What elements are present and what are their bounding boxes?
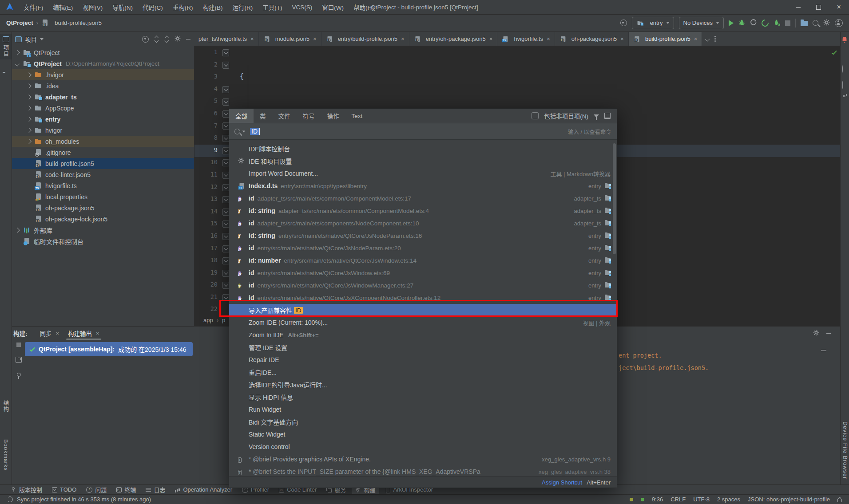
menu-build[interactable]: 构建(B) [198, 3, 228, 12]
close-icon[interactable] [401, 35, 405, 42]
hide-panel-icon[interactable] [826, 333, 831, 334]
menu-tools[interactable]: 工具(T) [258, 3, 287, 12]
close-icon[interactable] [96, 330, 99, 337]
tab-files[interactable]: 文件 [272, 109, 297, 123]
search-result-row[interactable]: IDE 和项目设置 [229, 155, 617, 167]
tree-row[interactable]: 临时文件和控制台 [12, 236, 194, 247]
sync-button[interactable] [760, 18, 770, 28]
tab-all[interactable]: 全部 [229, 109, 254, 123]
account-avatar[interactable] [835, 19, 843, 27]
open-in-window-icon[interactable] [604, 113, 611, 119]
search-result-row[interactable]: IDE脚本控制台 [229, 142, 617, 155]
lock-icon[interactable] [837, 499, 842, 502]
toolbar-problems[interactable]: 问题 [82, 485, 111, 494]
search-result-row[interactable]: id entry/src/main/ets/native/QtCore/JsNo… [229, 242, 617, 254]
breadcrumb-file[interactable]: build-profile.json5 [55, 20, 102, 26]
include-non-project-checkbox[interactable] [532, 112, 539, 119]
fold-icon[interactable] [222, 110, 229, 118]
search-result-row[interactable]: Import Word Document... 工具 | Markdown转换器 [229, 167, 617, 180]
maximize-button[interactable] [808, 0, 829, 14]
include-non-project-label[interactable]: 包括非项目项(N) [544, 111, 588, 120]
close-icon[interactable] [56, 330, 60, 337]
fold-icon[interactable] [222, 172, 229, 179]
toolbar-log[interactable]: 日志 [142, 485, 169, 494]
search-field[interactable]: ID 输入 / 以查看命令 [229, 123, 617, 140]
editor-tab[interactable]: entry\build-profile.json5 [321, 32, 409, 46]
collapse-all-icon[interactable] [164, 36, 169, 42]
fold-icon[interactable] [222, 294, 229, 301]
editor-tab[interactable]: hvigorfile.ts [497, 32, 555, 46]
tree-row[interactable]: .idea [12, 80, 194, 91]
search-result-row[interactable]: id: number entry/src/main/ets/native/QtC… [229, 254, 617, 267]
close-button[interactable]: × [829, 0, 849, 14]
menu-file[interactable]: 文件(F) [19, 3, 48, 12]
search-result-row[interactable]: id: string adapter_ts/src/main/ets/commo… [229, 205, 617, 217]
fold-icon[interactable] [222, 159, 229, 166]
device-selector[interactable]: No Devices [679, 17, 724, 29]
breadcrumb-products[interactable]: p [222, 317, 225, 323]
close-icon[interactable] [694, 35, 698, 42]
build-settings-gear-icon[interactable] [813, 330, 819, 337]
close-icon[interactable] [489, 35, 493, 42]
fold-icon[interactable] [222, 270, 229, 277]
fold-icon[interactable] [222, 196, 229, 203]
tool-window-structure[interactable]: 结构 [0, 400, 12, 413]
project-panel-title[interactable]: 项目 [25, 35, 37, 43]
tree-row[interactable]: QtProject [12, 47, 194, 58]
tree-row[interactable]: AppScope [12, 102, 194, 114]
pin-icon[interactable] [17, 373, 21, 377]
tree-row[interactable]: hvigor [12, 125, 194, 136]
hidden-tabs-chevron-icon[interactable] [706, 32, 709, 46]
search-result-row[interactable]: 显示 HiDPI 信息 [229, 391, 617, 403]
scrollbar-thumb[interactable] [613, 143, 616, 254]
tool-window-device-file-browser[interactable]: Device File Browser [841, 421, 849, 479]
search-result-row[interactable]: id entry/src/main/ets/native/QtCore/JsXC… [229, 291, 617, 304]
menu-refactor[interactable]: 重构(R) [168, 3, 198, 12]
stop-build-icon[interactable] [16, 343, 21, 347]
tab-text[interactable]: Text [345, 109, 369, 123]
tree-row[interactable]: 外部库 [12, 224, 194, 236]
search-result-row[interactable]: * @brief Provides graphics APIs of XEngi… [229, 453, 617, 465]
menu-navigate[interactable]: 导航(N) [107, 3, 138, 12]
fold-icon[interactable] [222, 209, 229, 216]
fold-icon[interactable] [222, 86, 229, 93]
search-result-row[interactable]: Zoom In IDE Alt+Shift+= [229, 329, 617, 341]
indent-indicator[interactable]: 2 spaces [717, 496, 740, 503]
menu-run[interactable]: 运行(R) [228, 3, 258, 12]
fold-icon[interactable] [222, 184, 229, 191]
tool-window-icon[interactable] [842, 82, 843, 88]
panel-settings-gear-icon[interactable] [175, 35, 181, 43]
tab-classes[interactable]: 类 [254, 109, 272, 123]
search-result-row[interactable]: Run Widget [229, 403, 617, 416]
fold-icon[interactable] [222, 233, 229, 240]
fold-icon[interactable] [222, 220, 229, 228]
close-icon[interactable] [620, 35, 624, 42]
menu-edit[interactable]: 编辑(E) [48, 3, 78, 12]
debug-button[interactable] [738, 19, 745, 27]
fold-icon[interactable] [222, 62, 229, 69]
search-result-row[interactable]: * @brief Sets the INPUT_SIZE parameter o… [229, 465, 617, 477]
search-result-row[interactable]: id adapter_ts/src/main/ets/common/Compon… [229, 192, 617, 205]
settings-gear-icon[interactable] [823, 19, 830, 27]
profiler-button[interactable] [750, 19, 757, 27]
tree-row[interactable]: oh_modules [12, 136, 194, 147]
toolbar-todo[interactable]: TODO [48, 486, 80, 493]
tool-window-icon[interactable] [842, 66, 843, 72]
status-message[interactable]: Sync project finished in 46 s 353 ms (8 … [17, 496, 151, 503]
inspections-ok-icon[interactable] [831, 50, 837, 56]
attach-debugger-button[interactable] [774, 19, 780, 27]
tree-row[interactable]: entry [12, 114, 194, 125]
minimize-button[interactable] [788, 0, 808, 14]
tree-row[interactable]: .gitignore [12, 147, 194, 158]
fold-icon[interactable] [222, 98, 229, 106]
search-result-row[interactable]: id entry/src/main/ets/native/QtCore/JsWi… [229, 267, 617, 279]
project-structure-icon[interactable] [801, 21, 808, 26]
tool-window-project[interactable]: 项目 [0, 34, 12, 59]
menu-view[interactable]: 视图(V) [78, 3, 107, 12]
search-result-row[interactable]: id adapter_ts/src/main/ets/components/No… [229, 217, 617, 229]
search-result-row[interactable]: Version control [229, 441, 617, 453]
breadcrumb-app[interactable]: app [203, 317, 213, 323]
fold-icon[interactable] [222, 135, 229, 142]
search-result-row-selected[interactable]: 导入产品兼容性 ID [229, 304, 617, 316]
search-result-row[interactable]: 管理 IDE 设置 [229, 341, 617, 354]
